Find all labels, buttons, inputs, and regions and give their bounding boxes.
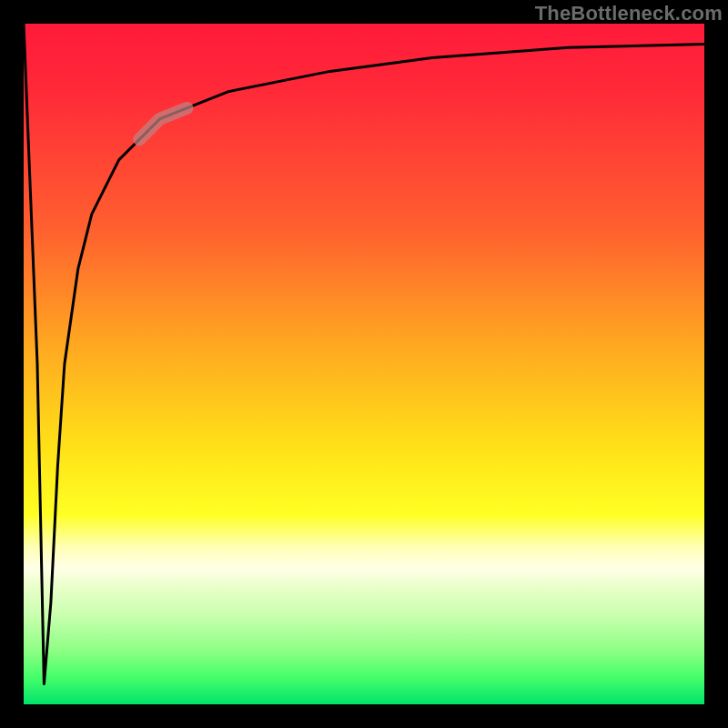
curve-svg: [24, 24, 704, 704]
curve-highlight: [139, 108, 187, 139]
attribution-label: TheBottleneck.com: [535, 2, 723, 25]
plot-area: [24, 24, 704, 704]
curve-path: [24, 24, 704, 684]
chart-container: TheBottleneck.com: [0, 0, 728, 728]
